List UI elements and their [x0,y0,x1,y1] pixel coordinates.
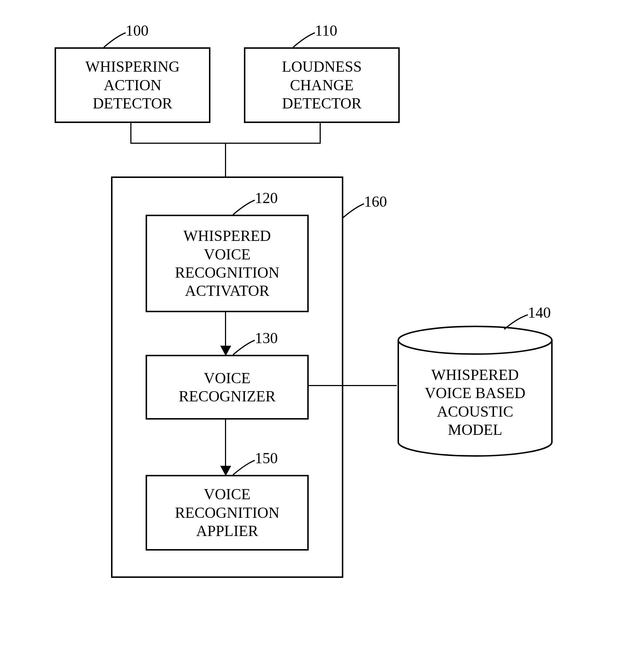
whispered-voice-based-acoustic-model-cylinder: WHISPERED VOICE BASED ACOUSTIC MODEL [397,326,553,457]
leader-110 [291,31,317,49]
loudness-change-detector-label: LOUDNESS CHANGE DETECTOR [282,57,361,112]
leader-130 [231,338,257,357]
voice-recognizer-label: VOICE RECOGNIZER [179,369,276,406]
line-120-130 [225,311,226,351]
ref-110: 110 [315,22,337,39]
leader-100 [102,31,127,49]
voice-recognizer-box: VOICE RECOGNIZER [146,355,309,420]
leader-140 [502,313,530,331]
leader-120 [231,198,257,217]
ref-120: 120 [255,189,278,207]
ref-100: 100 [126,22,149,39]
whispered-voice-recognition-activator-label: WHISPERED VOICE RECOGNITION ACTIVATOR [175,227,280,300]
ref-140: 140 [528,304,551,321]
voice-recognition-applier-box: VOICE RECOGNITION APPLIER [146,475,309,551]
ref-160: 160 [364,193,387,210]
line-130-150 [225,418,226,471]
leader-150 [231,458,257,477]
svg-marker-1 [220,346,231,356]
leader-160 [340,202,366,220]
loudness-change-detector-box: LOUDNESS CHANGE DETECTOR [244,47,400,123]
line-130-140 [307,385,397,386]
whispered-voice-recognition-activator-box: WHISPERED VOICE RECOGNITION ACTIVATOR [146,215,309,312]
whispering-action-detector-box: WHISPERING ACTION DETECTOR [55,47,210,123]
ref-150: 150 [255,449,278,467]
whispering-action-detector-label: WHISPERING ACTION DETECTOR [86,57,180,112]
voice-recognition-applier-label: VOICE RECOGNITION APPLIER [175,485,280,540]
line-from-100-down [130,122,131,143]
ref-130: 130 [255,329,278,347]
line-from-110-down [320,122,321,143]
svg-marker-2 [220,466,231,476]
whispered-voice-based-acoustic-model-label: WHISPERED VOICE BASED ACOUSTIC MODEL [425,366,526,438]
